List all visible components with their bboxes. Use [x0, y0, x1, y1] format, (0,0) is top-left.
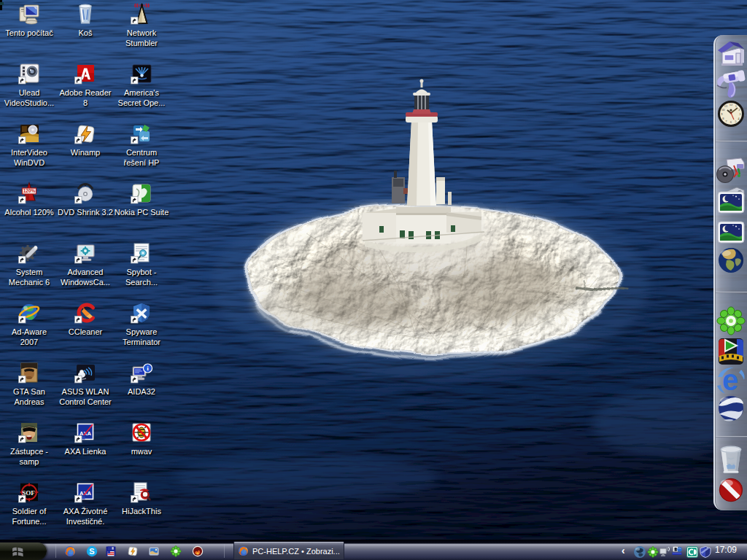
svg-text:S: S	[89, 547, 94, 556]
svg-text:SOF: SOF	[22, 489, 35, 497]
svg-text:10: 10	[721, 108, 725, 112]
svg-text:11: 11	[724, 104, 728, 108]
svg-text:12: 12	[729, 103, 733, 106]
svg-text:120%: 120%	[23, 188, 36, 193]
